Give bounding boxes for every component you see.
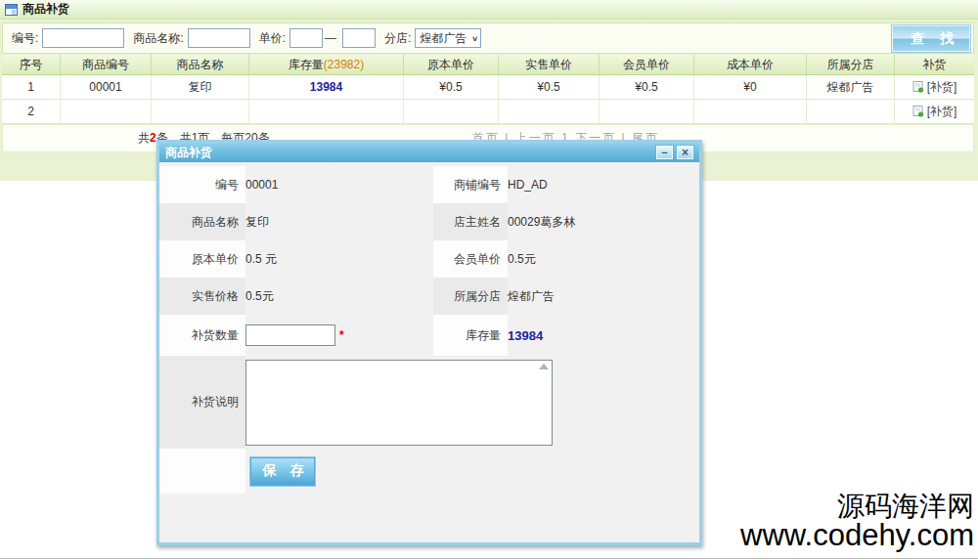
dialog-row: 实售价格 0.5元 所属分店 煌都广告: [159, 278, 699, 315]
cell-seq: 1: [2, 75, 61, 99]
field-label-stock: 库存量: [433, 315, 508, 356]
cell-sell-price: [499, 100, 600, 123]
name-input[interactable]: [188, 28, 250, 48]
price-range-dash: —: [325, 31, 336, 45]
price-from-input[interactable]: [289, 28, 323, 48]
header-branch: 所属分店: [807, 55, 895, 74]
field-label-branch: 所属分店: [433, 278, 508, 315]
cell-branch: [807, 100, 895, 123]
note-textarea-wrap: [245, 360, 553, 446]
search-button[interactable]: 查 找: [892, 25, 970, 52]
search-bar: 编号: 商品名称: 单价: — 分店: 煌都广告 ∨ 查 找: [2, 22, 974, 54]
bottom-divider: [0, 558, 978, 559]
code-label: 编号:: [12, 30, 38, 47]
cell-cost-price: ¥0: [694, 75, 807, 99]
save-button[interactable]: 保 存: [250, 457, 315, 486]
cell-action: [补货]: [895, 75, 974, 99]
dialog-row: 补货说明: [159, 356, 699, 449]
header-orig-price: 原本单价: [404, 55, 499, 74]
scrollbar-up-icon[interactable]: [539, 364, 549, 369]
note-textarea[interactable]: [245, 360, 553, 446]
window-icon: [5, 4, 18, 16]
quantity-input[interactable]: [245, 324, 335, 346]
branch-select[interactable]: 煌都广告 ∨: [415, 28, 481, 48]
field-value-sell-price: 0.5元: [245, 288, 433, 305]
header-name: 商品名称: [152, 55, 249, 74]
field-value-member-price: 0.5元: [508, 251, 699, 268]
dialog-row: 编号 00001 商铺编号 HD_AD: [159, 166, 699, 203]
cell-code: 00001: [61, 75, 152, 99]
replenish-icon: [912, 106, 924, 117]
close-button[interactable]: ×: [677, 146, 693, 159]
replenish-link-label: [补货]: [927, 104, 957, 120]
cell-sell-price: ¥0.5: [499, 75, 600, 99]
chevron-down-icon: ∨: [471, 34, 478, 43]
cell-cost-price: [694, 100, 807, 123]
cell-orig-price: [404, 100, 499, 123]
field-label-product-name: 商品名称: [159, 203, 245, 240]
cell-orig-price: ¥0.5: [404, 75, 499, 99]
field-label-sell-price: 实售价格: [159, 278, 245, 315]
cell-name: 复印: [152, 75, 249, 99]
header-cost-price: 成本单价: [694, 55, 807, 74]
price-label: 单价:: [259, 30, 286, 47]
field-label-qty: 补货数量: [159, 315, 245, 356]
dialog-row: 补货数量 * 库存量 13984: [159, 315, 699, 356]
table-header-row: 序号 商品编号 商品名称 库存量(23982) 原本单价 实售单价 会员单价 成…: [2, 55, 974, 75]
watermark: 源码海洋网 www.codehy.com: [740, 492, 974, 552]
code-input[interactable]: [42, 28, 124, 48]
watermark-line2: www.codehy.com: [740, 520, 974, 552]
dialog-body: 编号 00001 商铺编号 HD_AD 商品名称 复印 店主姓名 00029葛多…: [159, 162, 699, 542]
header-action: 补货: [895, 55, 974, 74]
cell-seq: 2: [2, 100, 61, 123]
replenish-link-label: [补货]: [927, 79, 957, 96]
field-value-owner-name: 00029葛多林: [508, 214, 699, 231]
branch-label: 分店:: [384, 30, 411, 47]
cell-action: [补货]: [895, 100, 974, 123]
name-label: 商品名称:: [133, 30, 183, 47]
replenish-link[interactable]: [补货]: [912, 79, 957, 96]
page: 商品补货 编号: 商品名称: 单价: — 分店: 煌都广告 ∨ 查 找 序号 商…: [0, 0, 978, 560]
dialog-row: 商品名称 复印 店主姓名 00029葛多林: [159, 203, 699, 240]
save-row-spacer: [159, 449, 245, 494]
page-title: 商品补货: [22, 1, 69, 18]
header-sell-price: 实售单价: [499, 55, 600, 74]
cell-stock: [249, 100, 404, 123]
cell-member-price: [600, 100, 694, 123]
field-label-member-price: 会员单价: [433, 240, 508, 278]
header-member-price: 会员单价: [600, 55, 694, 74]
field-label-orig-price: 原本单价: [159, 240, 245, 278]
price-to-input[interactable]: [342, 28, 376, 48]
cell-code: [61, 100, 152, 123]
field-value-code: 00001: [245, 178, 433, 192]
cell-branch: 煌都广告: [807, 75, 895, 99]
cell-member-price: ¥0.5: [600, 75, 694, 99]
dialog-titlebar[interactable]: 商品补货 − ×: [159, 143, 699, 162]
field-label-shop-code: 商铺编号: [433, 166, 508, 203]
products-table: 序号 商品编号 商品名称 库存量(23982) 原本单价 实售单价 会员单价 成…: [2, 55, 974, 124]
header-code: 商品编号: [61, 55, 152, 74]
required-asterisk: *: [339, 328, 344, 342]
dialog-row: 原本单价 0.5 元 会员单价 0.5元: [159, 240, 699, 278]
field-label-note: 补货说明: [159, 356, 245, 449]
table-row: 2 [补货]: [2, 100, 974, 124]
header-stock-total: (23982): [324, 58, 364, 71]
replenish-link[interactable]: [补货]: [912, 104, 957, 120]
cell-name: [152, 100, 249, 123]
pagination-summary-pre: 共: [138, 131, 150, 145]
watermark-line1: 源码海洋网: [740, 492, 974, 520]
replenish-dialog: 商品补货 − × 编号 00001 商铺编号 HD_AD 商品名称 复印 店主姓…: [156, 140, 702, 545]
field-value-product-name: 复印: [245, 214, 433, 231]
cell-stock: 13984: [249, 75, 404, 99]
field-label-owner-name: 店主姓名: [433, 203, 508, 240]
branch-select-value: 煌都广告: [420, 30, 467, 47]
pagination-count: 2: [150, 131, 156, 145]
page-titlebar: 商品补货: [0, 0, 978, 20]
header-seq: 序号: [2, 55, 61, 74]
table-row: 1 00001 复印 13984 ¥0.5 ¥0.5 ¥0.5 ¥0 煌都广告: [2, 75, 974, 100]
field-qty-wrap: *: [245, 324, 433, 346]
field-value-orig-price: 0.5 元: [245, 251, 433, 268]
minimize-button[interactable]: −: [656, 146, 673, 159]
field-label-code: 编号: [159, 166, 245, 203]
field-value-stock: 13984: [508, 328, 699, 343]
